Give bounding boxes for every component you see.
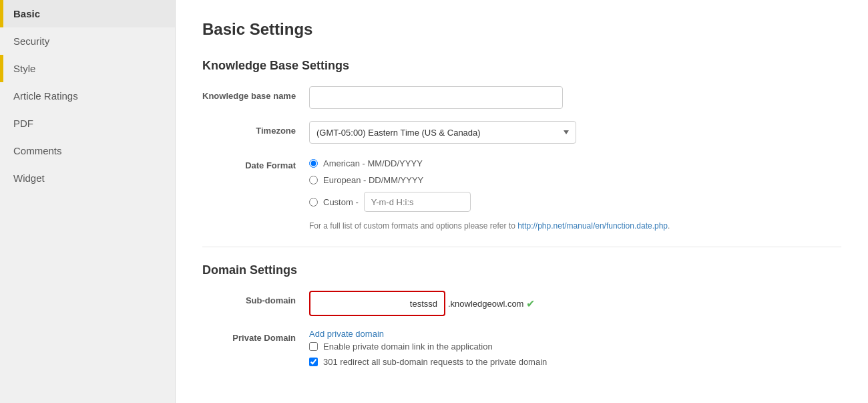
date-format-european: European - DD/MM/YYYY xyxy=(309,175,670,185)
date-format-american: American - MM/DD/YYYY xyxy=(309,158,670,168)
sidebar-item-label: Comments xyxy=(13,145,62,156)
section-divider xyxy=(202,247,841,247)
custom-format-input[interactable] xyxy=(364,192,471,212)
date-format-american-label: American - MM/DD/YYYY xyxy=(323,158,423,168)
sidebar-item-label: Article Ratings xyxy=(13,90,78,102)
domain-section-title: Domain Settings xyxy=(202,263,841,277)
redirect-301-label: 301 redirect all sub-domain requests to … xyxy=(323,357,547,367)
enable-private-domain-checkbox[interactable] xyxy=(309,342,318,351)
date-format-label: Date Format xyxy=(202,156,309,170)
knowledge-base-name-group: Knowledge base name xyxy=(202,86,841,109)
sidebar-item-label: Style xyxy=(13,63,35,74)
timezone-select[interactable]: (GMT-05:00) Eastern Time (US & Canada) xyxy=(309,121,576,144)
sidebar-item-label: Widget xyxy=(13,172,45,184)
sidebar-item-security[interactable]: Security xyxy=(0,27,175,55)
active-bar xyxy=(0,0,3,27)
custom-format-row: Custom - xyxy=(309,192,471,212)
format-hint-link[interactable]: http://php.net/manual/en/function.date.p… xyxy=(517,221,668,231)
private-domain-label: Private Domain xyxy=(202,328,309,343)
date-format-custom-radio[interactable] xyxy=(309,198,318,207)
main-content: Basic Settings Knowledge Base Settings K… xyxy=(176,0,868,403)
date-format-group: Date Format American - MM/DD/YYYY Europe… xyxy=(202,156,841,231)
subdomain-input[interactable] xyxy=(310,292,444,315)
subdomain-input-row: .knowledgeowl.com ✔ xyxy=(309,291,535,316)
sidebar-item-label: Basic xyxy=(13,8,40,19)
sidebar-item-article-ratings[interactable]: Article Ratings xyxy=(0,82,175,110)
date-format-american-radio[interactable] xyxy=(309,159,318,168)
date-format-european-radio[interactable] xyxy=(309,176,318,184)
format-hint: For a full list of custom formats and op… xyxy=(309,221,670,231)
sidebar-item-style[interactable]: Style xyxy=(0,55,175,82)
sidebar-item-label: Security xyxy=(13,35,49,47)
redirect-301-item: 301 redirect all sub-domain requests to … xyxy=(309,357,547,367)
sidebar: Basic Security Style Article Ratings PDF… xyxy=(0,0,176,403)
date-format-european-label: European - DD/MM/YYYY xyxy=(323,175,423,185)
enable-private-domain-item: Enable private domain link in the applic… xyxy=(309,342,547,352)
private-domain-content: Add private domain Enable private domain… xyxy=(309,328,547,367)
date-format-custom: Custom - xyxy=(309,192,670,212)
check-icon: ✔ xyxy=(526,297,535,310)
sidebar-item-pdf[interactable]: PDF xyxy=(0,110,175,137)
subdomain-input-wrapper xyxy=(309,291,445,316)
sidebar-item-comments[interactable]: Comments xyxy=(0,137,175,164)
private-domain-group: Private Domain Add private domain Enable… xyxy=(202,328,841,367)
knowledge-base-name-label: Knowledge base name xyxy=(202,86,309,101)
add-private-domain-link[interactable]: Add private domain xyxy=(309,329,384,339)
sidebar-item-basic[interactable]: Basic xyxy=(0,0,175,27)
timezone-label: Timezone xyxy=(202,121,309,136)
page-title: Basic Settings xyxy=(202,20,841,39)
knowledge-base-section-title: Knowledge Base Settings xyxy=(202,59,841,73)
subdomain-group: Sub-domain .knowledgeowl.com ✔ xyxy=(202,291,841,316)
enable-private-domain-label: Enable private domain link in the applic… xyxy=(323,342,493,352)
subdomain-label: Sub-domain xyxy=(202,291,309,305)
active-bar xyxy=(0,55,3,82)
redirect-301-checkbox[interactable] xyxy=(309,358,318,366)
sidebar-item-label: PDF xyxy=(13,118,33,129)
date-format-radio-group: American - MM/DD/YYYY European - DD/MM/Y… xyxy=(309,156,670,231)
domain-suffix: .knowledgeowl.com xyxy=(448,299,523,309)
sidebar-item-widget[interactable]: Widget xyxy=(0,164,175,192)
timezone-group: Timezone (GMT-05:00) Eastern Time (US & … xyxy=(202,121,841,144)
knowledge-base-name-input[interactable] xyxy=(309,86,563,109)
private-domain-checkboxes: Enable private domain link in the applic… xyxy=(309,342,547,367)
date-format-custom-label: Custom - xyxy=(323,197,359,207)
